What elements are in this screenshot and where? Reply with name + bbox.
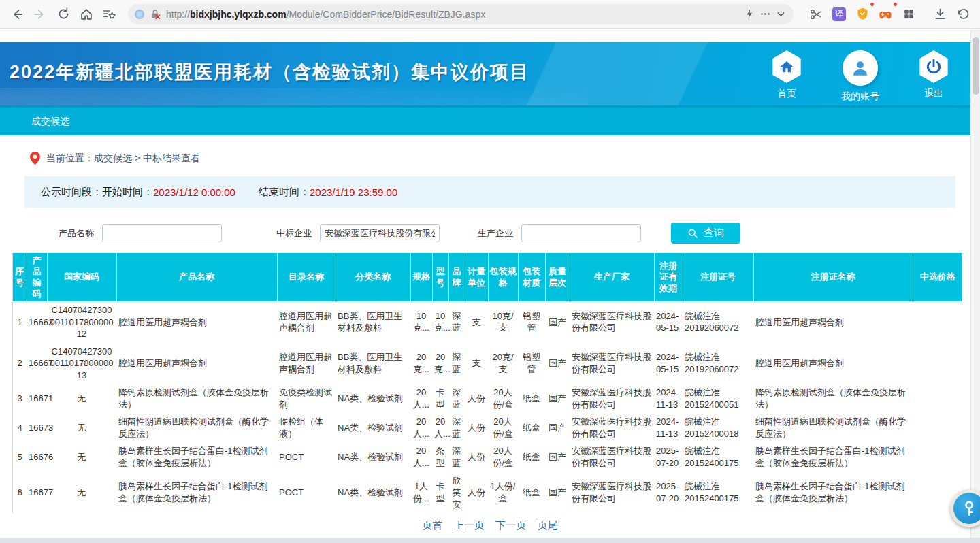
menu-icon[interactable]: [976, 4, 980, 24]
column-header: 注册证有效期: [654, 253, 683, 301]
manufacturer-input[interactable]: [521, 224, 641, 242]
table-cell: NA类、检验试剂: [336, 442, 410, 472]
table-cell: 20克/支: [488, 343, 518, 384]
table-cell: 安徽深蓝医疗科技股份有限公司: [570, 384, 654, 413]
url-bar[interactable]: http://bidxjbjhc.ylqxzb.com/Module/ComBi…: [128, 4, 794, 24]
table-cell: 3: [13, 384, 27, 413]
table-cell: 皖械注准 20192060072: [683, 301, 753, 343]
vertical-scrollbar[interactable]: [970, 29, 980, 538]
chevron-down-icon[interactable]: [775, 8, 787, 20]
column-header: 包装规格: [488, 253, 518, 301]
table-cell: POCT: [277, 472, 336, 514]
table-cell: 条型: [432, 442, 448, 472]
table-cell: 铝塑管: [518, 301, 545, 343]
table-cell: 皖械注准 20152400051: [683, 384, 753, 413]
table-cell: 无: [47, 442, 116, 472]
table-cell: 安徽深蓝医疗科技股份有限公司: [570, 472, 654, 514]
table-cell: 无: [47, 413, 116, 442]
game-controller-icon[interactable]: [875, 4, 896, 24]
table-cell: 深蓝: [448, 301, 465, 343]
page-prev-link[interactable]: 上一页: [454, 519, 485, 531]
forward-icon[interactable]: [30, 4, 50, 24]
column-header: 注册证名称: [753, 253, 913, 301]
home-icon: [770, 50, 803, 83]
search-form: 产品名称 中标企业 生产企业 查询: [0, 223, 980, 244]
site-info-dot-icon[interactable]: [135, 10, 144, 19]
download-icon[interactable]: [930, 4, 950, 24]
table-cell: 皖械注准 20152400175: [683, 442, 753, 472]
bookmark-star-icon[interactable]: [99, 4, 120, 24]
search-icon: [687, 228, 698, 239]
back-icon[interactable]: [7, 4, 27, 24]
my-account-button[interactable]: 我的账号: [838, 50, 882, 103]
undo-icon[interactable]: [953, 4, 973, 24]
table-cell: 20人...: [410, 442, 432, 472]
table-cell: 腔道用医用超声耦合剂: [277, 343, 336, 384]
table-cell: [913, 301, 962, 343]
pagination: 页首 上一页 下一页 页尾: [0, 519, 980, 532]
table-cell: 2025-07-20: [654, 442, 683, 472]
table-row: 316671无降钙素原检测试剂盒（胶体金免疫层析法）免疫类检测试剂NA类、检验试…: [13, 384, 962, 413]
table-cell: 安徽深蓝医疗科技股份有限公司: [570, 442, 654, 472]
reload-icon[interactable]: [53, 4, 74, 24]
table-cell: 人份: [465, 384, 488, 413]
table-cell: C14070427300001101780000013: [47, 343, 116, 384]
column-header: 分类名称: [336, 253, 410, 301]
table-cell: POCT: [277, 442, 336, 472]
insecure-lock-icon[interactable]: [149, 8, 161, 20]
table-cell: 腔道用医用超声耦合剂: [116, 301, 277, 343]
more-dots-icon[interactable]: [760, 8, 771, 20]
translate-icon[interactable]: 译: [829, 4, 849, 24]
table-cell: 16677: [27, 472, 47, 514]
table-cell: 纸盒: [518, 413, 545, 442]
logout-button[interactable]: 退出: [912, 50, 956, 103]
table-cell: 1: [13, 301, 27, 343]
shield-icon[interactable]: [852, 4, 872, 24]
table-cell: NA类、检验试剂: [336, 384, 410, 413]
table-cell: 20克...: [410, 343, 432, 384]
page-first-link[interactable]: 页首: [422, 519, 442, 531]
table-row: 616677无胰岛素样生长因子结合蛋白-1检测试剂盒（胶体金免疫层析法）POCT…: [13, 472, 962, 514]
home-button[interactable]: 首页: [765, 50, 808, 103]
column-header: 产品编码: [27, 253, 47, 301]
table-cell: 20人份/盒: [488, 413, 518, 442]
table-cell: 2024-11-13: [654, 384, 683, 413]
column-header: 注册证号: [683, 253, 753, 301]
table-row: 216667C14070427300001101780000013腔道用医用超声…: [13, 343, 962, 384]
product-name-input[interactable]: [102, 224, 222, 242]
query-button[interactable]: 查询: [671, 223, 740, 244]
apps-grid-icon[interactable]: [898, 4, 919, 24]
table-cell: 无: [47, 472, 116, 514]
table-cell: 卡型: [432, 472, 448, 514]
table-cell: 胰岛素样生长因子结合蛋白-1检测试剂盒（胶体金免疫层析法）: [116, 472, 277, 514]
table-cell: 国产: [545, 301, 570, 343]
table-cell: 胰岛素样生长因子结合蛋白-1检测试剂盒（胶体金免疫层析法）: [753, 472, 913, 514]
publicity-period-panel: 公示时间段：开始时间： 2023/1/12 0:00:00 结束时间： 2023…: [24, 176, 956, 208]
winner-input[interactable]: [320, 224, 440, 242]
table-cell: 2024-05-15: [654, 343, 683, 384]
home-icon[interactable]: [76, 4, 97, 24]
scrollbar-thumb[interactable]: [973, 37, 979, 95]
table-cell: 胰岛素样生长因子结合蛋白-1检测试剂盒（胶体金免疫层析法）: [116, 442, 277, 472]
table-cell: 国产: [545, 472, 570, 514]
column-header: 型号: [432, 253, 448, 301]
scissors-icon[interactable]: [806, 4, 826, 24]
table-cell: 人份: [465, 472, 488, 514]
site-header: 2022年新疆北部联盟医用耗材（含检验试剂）集中议价项目 首页 我的账号 退出: [0, 42, 980, 105]
page-last-link[interactable]: 页尾: [538, 519, 558, 531]
table-cell: 5: [13, 442, 27, 472]
table-cell: 人份: [465, 442, 488, 472]
url-text: http://bidxjbjhc.ylqxzb.com/Module/ComBi…: [166, 9, 739, 20]
table-cell: 2024-11-13: [654, 413, 683, 442]
bolt-icon[interactable]: [744, 8, 755, 20]
table-cell: 深蓝: [448, 343, 465, 384]
page-next-link[interactable]: 下一页: [495, 519, 526, 531]
start-time: 2023/1/12 0:00:00: [153, 186, 235, 198]
user-icon: [843, 50, 878, 86]
table-cell: 细菌性阴道病四联检测试剂盒（酶化学反应法）: [753, 413, 913, 442]
table-cell: 20人份/盒: [488, 384, 518, 413]
table-cell: 腔道用医用超声耦合剂: [116, 343, 277, 384]
table-cell: 国产: [545, 384, 570, 413]
bottom-scroll-strip[interactable]: [0, 538, 980, 543]
nav-item-candidates[interactable]: 成交候选: [0, 116, 69, 128]
